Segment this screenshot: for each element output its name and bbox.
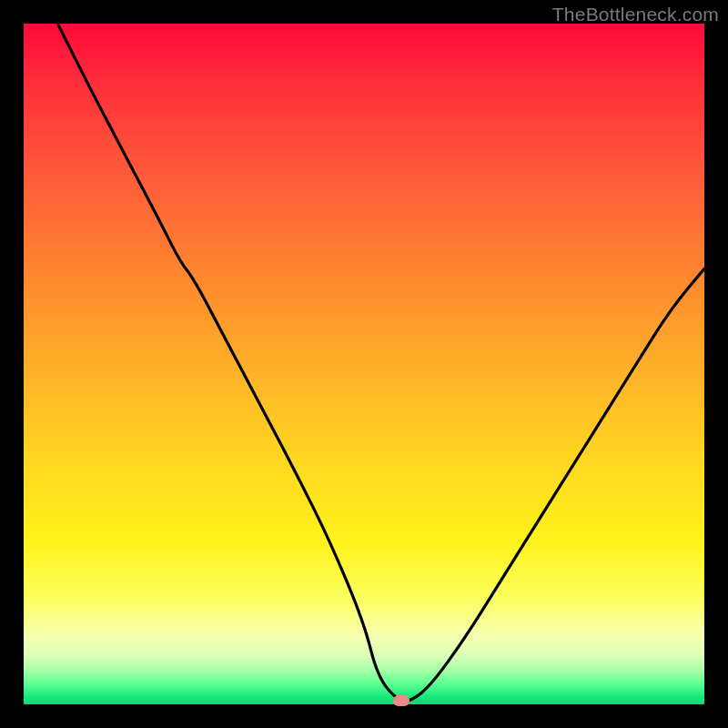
watermark-text: TheBottleneck.com bbox=[552, 4, 719, 25]
bottleneck-curve bbox=[24, 24, 704, 704]
chart-frame: TheBottleneck.com bbox=[0, 0, 728, 728]
minimum-marker bbox=[393, 695, 410, 706]
curve-path bbox=[57, 24, 704, 701]
plot-area bbox=[24, 24, 704, 704]
